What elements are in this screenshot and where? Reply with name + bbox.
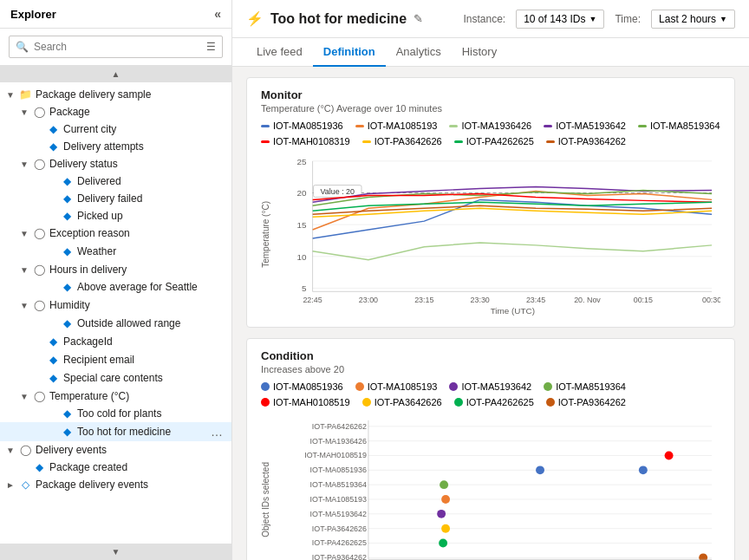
- main-body: Monitor Temperature (°C) Average over 10…: [232, 67, 749, 560]
- legend-color: [261, 125, 270, 127]
- tab-definition[interactable]: Definition: [313, 38, 386, 67]
- tab-analytics[interactable]: Analytics: [386, 38, 452, 67]
- time-selector[interactable]: Last 2 hours ▼: [651, 10, 735, 29]
- sidebar-item-package-delivery-sample[interactable]: ▼ 📁 Package delivery sample: [0, 86, 231, 103]
- legend-label: IOT-PA4262625: [466, 397, 534, 407]
- condition-card: Condition Increases above 20 IOT-MA08519…: [246, 338, 735, 560]
- sidebar-tree: ▼ 📁 Package delivery sample ▼ ◯ Package …: [0, 82, 231, 544]
- sidebar-item-weather[interactable]: ◆ Weather …: [0, 242, 231, 261]
- sidebar-item-above-average-seattle[interactable]: ◆ Above average for Seattle: [0, 278, 231, 296]
- legend-item-ma8519364: IOT-MA8519364: [638, 120, 720, 131]
- chevron-down-icon: ▼: [589, 15, 597, 23]
- condition-title: Condition: [261, 349, 720, 362]
- legend-label: IOT-PA4262625: [466, 136, 534, 147]
- sidebar-item-delivery-failed[interactable]: ◆ Delivery failed: [0, 190, 231, 207]
- property-icon: ◆: [59, 407, 75, 420]
- sidebar-item-packageid[interactable]: ◆ PackageId …: [0, 332, 231, 351]
- collapse-icon[interactable]: «: [214, 7, 221, 21]
- edit-icon[interactable]: ✎: [414, 12, 423, 25]
- sidebar-item-delivery-status[interactable]: ▼ ◯ Delivery status: [0, 155, 231, 173]
- svg-text:Value : 20: Value : 20: [321, 187, 355, 196]
- sidebar-item-label: Delivery failed: [77, 192, 226, 205]
- header-controls: Instance: 10 of 143 IDs ▼ Time: Last 2 h…: [463, 10, 735, 29]
- legend-label: IOT-MA8519364: [650, 120, 720, 131]
- legend-color: [454, 398, 463, 407]
- chevron-down-icon: ▼: [17, 301, 31, 310]
- sidebar-item-special-care-contents[interactable]: ◆ Special care contents …: [0, 368, 231, 387]
- sidebar-item-too-hot-for-medicine[interactable]: ◆ Too hot for medicine …: [0, 422, 231, 441]
- legend-label: IOT-MA0851936: [273, 120, 343, 131]
- property-icon: ◆: [45, 372, 61, 384]
- legend-item-cond-ma1085193: IOT-MA1085193: [355, 381, 438, 392]
- property-icon: ◆: [45, 335, 61, 348]
- sidebar-item-humidity[interactable]: ▼ ◯ Humidity …: [0, 296, 231, 315]
- svg-text:IOT-MA8519364: IOT-MA8519364: [310, 480, 367, 489]
- scroll-up-button[interactable]: ▲: [0, 66, 231, 82]
- property-icon: ◆: [45, 140, 61, 153]
- sidebar-item-hours-in-delivery[interactable]: ▼ ◯ Hours in delivery: [0, 261, 231, 278]
- sidebar-item-label: Package delivery sample: [36, 88, 226, 101]
- sidebar: Explorer « 🔍 ☰ ▲ ▼ 📁 Package delivery sa…: [0, 0, 232, 560]
- property-icon: ◆: [59, 192, 75, 205]
- legend-color: [544, 382, 552, 391]
- scatter-y-label-container: Object IDs selected: [261, 413, 270, 560]
- svg-text:23:00: 23:00: [359, 296, 378, 304]
- condition-chart-container: Object IDs selected IOT-PA6426262: [261, 413, 720, 560]
- sidebar-item-current-city[interactable]: ◆ Current city: [0, 120, 231, 138]
- svg-text:25: 25: [297, 157, 308, 166]
- main-header: ⚡ Too hot for medicine ✎ Instance: 10 of…: [232, 0, 749, 38]
- chevron-down-icon: ▼: [17, 229, 31, 238]
- svg-text:20. Nov: 20. Nov: [574, 296, 601, 304]
- chevron-down-icon: ▼: [17, 392, 31, 401]
- sidebar-item-label: Too cold for plants: [77, 407, 226, 420]
- legend-label: IOT-MA1085193: [368, 381, 438, 392]
- legend-label: IOT-MA1936426: [461, 120, 531, 131]
- svg-text:5: 5: [302, 283, 307, 293]
- time-label: Time:: [615, 13, 641, 25]
- svg-point-47: [437, 510, 446, 518]
- scroll-down-button[interactable]: ▼: [0, 544, 231, 560]
- sidebar-item-recipient-email[interactable]: ◆ Recipient email: [0, 351, 231, 368]
- legend-item-cond-mah0108519: IOT-MAH0108519: [261, 397, 350, 407]
- sidebar-item-temperature-c[interactable]: ▼ ◯ Temperature (°C): [0, 387, 231, 405]
- sidebar-item-exception-reason[interactable]: ▼ ◯ Exception reason: [0, 225, 231, 242]
- sidebar-item-package-delivery-events[interactable]: ► ◇ Package delivery events: [0, 476, 231, 493]
- search-input[interactable]: [9, 36, 223, 58]
- monitor-card: Monitor Temperature (°C) Average over 10…: [246, 77, 735, 328]
- legend-color: [638, 125, 647, 127]
- sidebar-item-outside-allowed-range[interactable]: ◆ Outside allowed range: [0, 315, 231, 332]
- instance-value-text: 10 of 143 IDs: [524, 13, 585, 25]
- sidebar-item-label: Hours in delivery: [49, 264, 226, 276]
- sidebar-item-label: Temperature (°C): [49, 390, 226, 402]
- svg-text:23:15: 23:15: [414, 296, 433, 304]
- sidebar-item-delivery-attempts[interactable]: ◆ Delivery attempts: [0, 138, 231, 155]
- sidebar-item-label: Recipient email: [63, 354, 226, 366]
- sidebar-item-delivery-events[interactable]: ▼ ◯ Delivery events: [0, 441, 231, 459]
- more-options-button[interactable]: …: [207, 425, 226, 439]
- sidebar-item-picked-up[interactable]: ◆ Picked up: [0, 207, 231, 225]
- legend-label: IOT-MAH0108319: [273, 136, 350, 147]
- svg-text:20: 20: [297, 188, 308, 198]
- legend-item-cond-ma0851936: IOT-MA0851936: [261, 381, 343, 392]
- sidebar-item-label: Package delivery events: [36, 479, 226, 491]
- sidebar-item-label: Too hot for medicine: [77, 426, 207, 438]
- y-axis-label-container: Temperature (°C): [261, 152, 270, 316]
- tab-history[interactable]: History: [452, 38, 507, 67]
- sidebar-item-too-cold-for-plants[interactable]: ◆ Too cold for plants: [0, 405, 231, 422]
- group-icon: ◯: [31, 158, 47, 170]
- legend-color: [546, 140, 555, 143]
- sidebar-item-label: Exception reason: [49, 227, 226, 239]
- y-axis-label: Temperature (°C): [261, 201, 270, 268]
- tab-live-feed[interactable]: Live feed: [246, 38, 313, 67]
- filter-icon[interactable]: ☰: [206, 41, 216, 53]
- chevron-down-icon: ▼: [3, 90, 17, 100]
- legend-color: [355, 382, 364, 391]
- sidebar-item-label: Humidity: [49, 299, 207, 311]
- sidebar-item-delivered[interactable]: ◆ Delivered: [0, 173, 231, 190]
- legend-item-ma0851936: IOT-MA0851936: [261, 120, 343, 131]
- instance-selector[interactable]: 10 of 143 IDs ▼: [516, 10, 604, 29]
- sidebar-item-package[interactable]: ▼ ◯ Package: [0, 103, 231, 120]
- sidebar-item-package-created[interactable]: ◆ Package created: [0, 459, 231, 476]
- group-special-icon: ◇: [17, 479, 33, 491]
- property-icon: ◆: [59, 426, 75, 438]
